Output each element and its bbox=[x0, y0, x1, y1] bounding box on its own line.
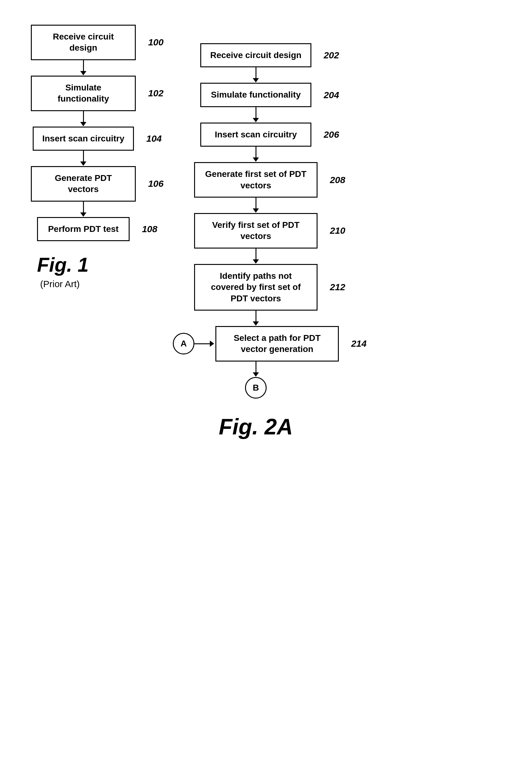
step-214-row: A Select a path for PDT vector generatio… bbox=[173, 326, 339, 361]
arrow-206-208 bbox=[253, 147, 259, 162]
connector-b-node: B bbox=[245, 377, 267, 399]
step-102-box: Simulate functionality bbox=[31, 76, 136, 111]
step-210-box: Verify first set of PDT vectors bbox=[194, 213, 317, 249]
arrow-214-b bbox=[253, 361, 259, 377]
arrow-102-104 bbox=[80, 111, 87, 126]
connector-a-node: A bbox=[173, 333, 194, 354]
step-212-label: 212 bbox=[330, 282, 345, 292]
step-212-box: Identify paths not covered by first set … bbox=[194, 264, 317, 311]
arrow-208-210 bbox=[253, 197, 259, 213]
step-206-box: Insert scan circuitry bbox=[200, 122, 311, 147]
arrow-106-108 bbox=[80, 201, 87, 217]
step-204-wrapper: Simulate functionality 204 bbox=[200, 83, 311, 107]
fig1-subtitle: (Prior Art) bbox=[40, 279, 80, 289]
step-106-wrapper: Generate PDT vectors 106 bbox=[31, 166, 136, 201]
step-104-wrapper: Insert scan circuitry 104 bbox=[33, 126, 134, 151]
step-210-label: 210 bbox=[330, 225, 345, 236]
step-202-wrapper: Receive circuit design 202 bbox=[200, 43, 311, 67]
step-214-label: 214 bbox=[351, 339, 366, 349]
arrow-210-212 bbox=[253, 249, 259, 264]
step-204-box: Simulate functionality bbox=[200, 83, 311, 107]
step-208-box: Generate first set of PDT vectors bbox=[194, 162, 317, 197]
arrow-a-to-214 bbox=[194, 341, 214, 347]
fig2a-section: Receive circuit design 202 Simulate func… bbox=[173, 43, 339, 439]
arrow-202-204 bbox=[253, 67, 259, 83]
step-108-box: Perform PDT test bbox=[37, 217, 130, 241]
fig1-title: Fig. 1 bbox=[37, 254, 89, 276]
step-202-box: Receive circuit design bbox=[200, 43, 311, 67]
step-208-wrapper: Generate first set of PDT vectors 208 bbox=[194, 162, 317, 197]
fig1-flow: Receive circuit design 100 Simulate func… bbox=[31, 25, 136, 241]
arrow-104-106 bbox=[80, 151, 87, 166]
step-102-wrapper: Simulate functionality 102 bbox=[31, 76, 136, 111]
step-212-wrapper: Identify paths not covered by first set … bbox=[194, 264, 317, 311]
step-104-label: 104 bbox=[146, 133, 162, 144]
step-202-label: 202 bbox=[324, 50, 339, 60]
arrow-100-102 bbox=[80, 60, 87, 76]
step-210-wrapper: Verify first set of PDT vectors 210 bbox=[194, 213, 317, 249]
step-102-label: 102 bbox=[148, 88, 164, 99]
step-108-wrapper: Perform PDT test 108 bbox=[37, 217, 130, 241]
step-206-wrapper: Insert scan circuitry 206 bbox=[200, 122, 311, 147]
step-214-box: Select a path for PDT vector generation bbox=[215, 326, 339, 361]
arrow-204-206 bbox=[253, 107, 259, 122]
step-100-label: 100 bbox=[148, 37, 164, 47]
step-204-label: 204 bbox=[324, 90, 339, 100]
step-100-wrapper: Receive circuit design 100 bbox=[31, 25, 136, 60]
step-100-box: Receive circuit design bbox=[31, 25, 136, 60]
fig1-section: Receive circuit design 100 Simulate func… bbox=[31, 25, 148, 289]
fig2a-flow: Receive circuit design 202 Simulate func… bbox=[173, 43, 339, 399]
arrow-212-214 bbox=[253, 311, 259, 326]
step-104-box: Insert scan circuitry bbox=[33, 126, 134, 151]
step-106-label: 106 bbox=[148, 179, 164, 189]
step-208-label: 208 bbox=[330, 175, 345, 185]
fig2a-title: Fig. 2A bbox=[173, 414, 339, 439]
step-206-label: 206 bbox=[324, 129, 339, 140]
step-106-box: Generate PDT vectors bbox=[31, 166, 136, 201]
diagram-container: Receive circuit design 100 Simulate func… bbox=[12, 12, 520, 452]
step-108-label: 108 bbox=[142, 224, 158, 234]
page: Receive circuit design 100 Simulate func… bbox=[0, 0, 532, 762]
